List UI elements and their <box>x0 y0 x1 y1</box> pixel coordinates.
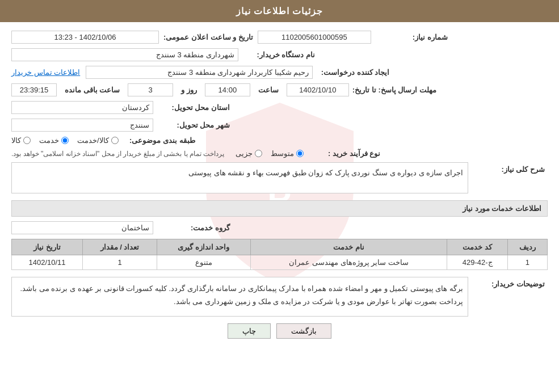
label-mohlatSaat: ساعت <box>258 86 279 94</box>
label-shahr: شهر محل تحویل: <box>153 121 233 129</box>
section-header-khadamat: اطلاعات خدمات مورد نیاز <box>11 200 548 217</box>
field-groheKhadamat: ساختمان <box>11 221 153 234</box>
cell-kodKhadamat: ج-42-429 <box>447 255 507 270</box>
radio-noeFarayand: متوسط جزیی <box>236 149 304 158</box>
row-sharhKoli: شرح کلی نیاز: اجرای سازه ی دیواره ی سنگ … <box>11 162 548 193</box>
table-body: 1ج-42-429ساخت سایر پروژه‌های مهندسی عمرا… <box>12 255 548 270</box>
radio-item-khadamat[interactable]: خدمت <box>39 136 69 145</box>
label-mohlatMande: ساعت باقی مانده <box>65 86 120 94</box>
radio-item-kala-khadamat[interactable]: کالا/خدمت <box>77 136 119 145</box>
page-container: R جزئیات اطلاعات نیاز شماره نیاز: 110200… <box>0 0 559 392</box>
page-header: جزئیات اطلاعات نیاز <box>0 0 559 22</box>
radio-label-kala-khadamat: کالا/خدمت <box>77 136 109 145</box>
label-tosihaat: توضیحات خریدار: <box>468 277 548 288</box>
radio-label-motavasset: متوسط <box>271 149 294 158</box>
field-ijadKonande: رحیم شکیبا کاربردار شهرداری منطقه 3 سنند… <box>86 66 313 79</box>
radio-tabaqe: کالا/خدمت خدمت کالا <box>11 136 119 145</box>
radio-jozi[interactable] <box>255 150 262 157</box>
field-namDastgah: شهرداری منطقه 3 سنندج <box>11 48 238 61</box>
radio-kala-khadamat[interactable] <box>111 137 119 144</box>
noeFarayand-note: پرداخت تمام یا بخشی از مبلغ خریدار از مح… <box>11 150 224 158</box>
services-table: ردیف کد خدمت نام خدمت واحد اندازه گیری ت… <box>11 239 548 270</box>
field-shomareNiaz: 1102005601000595 <box>258 31 371 44</box>
btn-print[interactable]: چاپ <box>228 323 271 339</box>
radio-kala[interactable] <box>23 137 31 144</box>
field-mohlatMande: 23:39:15 <box>11 83 57 96</box>
table-row: 1ج-42-429ساخت سایر پروژه‌های مهندسی عمرا… <box>12 255 548 270</box>
field-mohlatDate: 1402/10/10 <box>287 83 349 96</box>
form-content: جزئیات اطلاعات نیاز شماره نیاز: 11020056… <box>0 0 559 353</box>
col-tedad: تعداد / مقدار <box>83 239 157 255</box>
row-shomareNiaz: شماره نیاز: 1102005601000595 تاریخ و ساع… <box>11 31 548 44</box>
label-namDastgah: نام دستگاه خریدار: <box>238 50 318 59</box>
row-noeFarayand: نوع فرآیند خرید : متوسط جزیی پرداخت تمام… <box>11 149 548 158</box>
label-tarikh: تاریخ و ساعت اعلان عمومی: <box>163 33 253 41</box>
row-ostan: استان محل تحویل: کردستان <box>11 101 548 114</box>
radio-item-jozi[interactable]: جزیی <box>236 149 262 158</box>
radio-label-kala: کالا <box>11 136 21 145</box>
cell-namKhadamat: ساخت سایر پروژه‌های مهندسی عمران <box>250 255 447 270</box>
cell-vahed: متنوع <box>157 255 250 270</box>
field-tosihaat: برگه های پیوستی تکمیل و مهر و امضاء شده … <box>11 277 468 317</box>
cell-tarikh: 1402/10/11 <box>12 255 83 270</box>
label-noeFarayand: نوع فرآیند خرید : <box>304 149 383 158</box>
radio-item-motavasset[interactable]: متوسط <box>271 149 304 158</box>
cell-radif: 1 <box>507 255 547 270</box>
link-tamaskHaridaar[interactable]: اطلاعات تماس خریدار <box>11 68 80 77</box>
cell-tedad: 1 <box>83 255 157 270</box>
buttons-row: بازگشت چاپ <box>11 323 548 339</box>
row-namDastgah: نام دستگاه خریدار: شهرداری منطقه 3 سنندج <box>11 48 548 61</box>
label-sharhKoli: شرح کلی نیاز: <box>468 162 548 174</box>
label-shomareNiaz: شماره نیاز: <box>371 33 451 41</box>
col-namKhadamat: نام خدمت <box>250 239 447 255</box>
radio-label-khadamat: خدمت <box>39 136 59 145</box>
page-title: جزئیات اطلاعات نیاز <box>236 6 323 16</box>
row-tabaqe: طبقه بندی موضوعی: کالا/خدمت خدمت کالا <box>11 136 548 145</box>
label-groheKhadamat: گروه خدمت: <box>153 224 233 232</box>
row-groheKhadamat: گروه خدمت: ساختمان <box>11 221 548 234</box>
radio-label-jozi: جزیی <box>236 149 253 158</box>
label-ostan: استان محل تحویل: <box>153 103 233 112</box>
field-shahr: سنندج <box>11 119 153 132</box>
col-vahed: واحد اندازه گیری <box>157 239 250 255</box>
col-radif: ردیف <box>507 239 547 255</box>
col-kodKhadamat: کد خدمت <box>447 239 507 255</box>
radio-item-kala[interactable]: کالا <box>11 136 31 145</box>
table-header-row: ردیف کد خدمت نام خدمت واحد اندازه گیری ت… <box>12 239 548 255</box>
label-mohlatErsal: مهلت ارسال پاسخ: تا تاریخ: <box>352 86 439 94</box>
label-mohlatRooz: روز و <box>181 86 197 94</box>
field-sharhKoli: اجرای سازه ی دیواره ی سنگ نوردی پارک که … <box>11 162 468 193</box>
field-mohlatRooz: 3 <box>128 83 173 96</box>
label-tabaqe: طبقه بندی موضوعی: <box>119 136 198 145</box>
field-mohlatSaat: 14:00 <box>205 83 250 96</box>
row-mohlat: مهلت ارسال پاسخ: تا تاریخ: 1402/10/10 سا… <box>11 83 548 96</box>
field-tarikh: 1402/10/06 - 13:23 <box>11 31 159 44</box>
radio-khadamat[interactable] <box>61 137 69 144</box>
row-ijadKonande: ایجاد کننده درخواست: رحیم شکیبا کاربردار… <box>11 66 548 79</box>
row-shahr: شهر محل تحویل: سنندج <box>11 119 548 132</box>
form-body: شماره نیاز: 1102005601000595 تاریخ و ساع… <box>0 22 559 353</box>
radio-motavasset[interactable] <box>296 150 304 157</box>
col-tarikh: تاریخ نیاز <box>12 239 83 255</box>
row-tosihaat: توضیحات خریدار: برگه های پیوستی تکمیل و … <box>11 277 548 317</box>
btn-back[interactable]: بازگشت <box>276 323 331 339</box>
label-ijadKonande: ایجاد کننده درخواست: <box>313 68 392 77</box>
field-ostan: کردستان <box>11 101 153 114</box>
